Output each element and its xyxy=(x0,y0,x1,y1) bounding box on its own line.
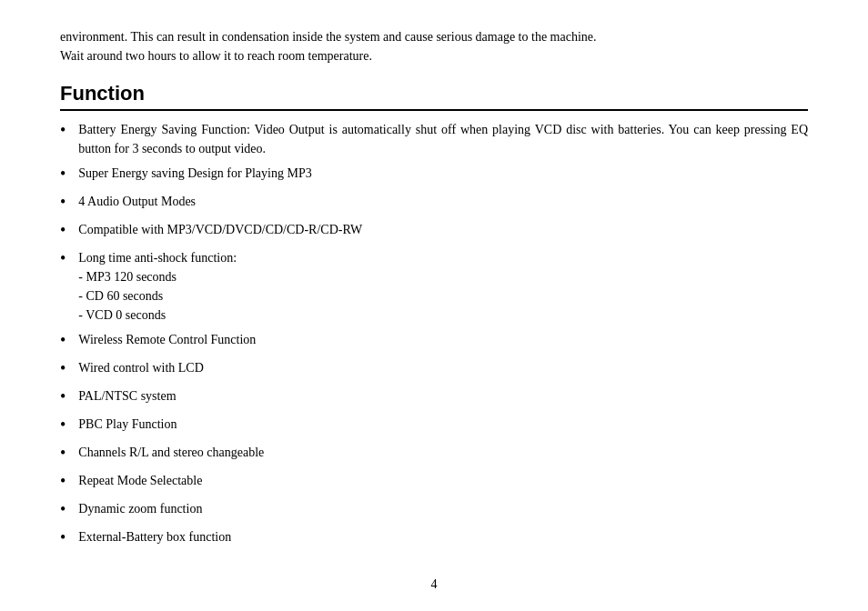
bullet-text-dynamic-zoom: Dynamic zoom function xyxy=(78,499,808,518)
bullet-dot: • xyxy=(60,118,66,143)
list-item-compatible: •Compatible with MP3/VCD/DVCD/CD/CD-R/CD… xyxy=(60,220,808,243)
bullet-dot: • xyxy=(60,526,66,550)
bullet-dot: • xyxy=(60,497,66,522)
list-item-dynamic-zoom: •Dynamic zoom function xyxy=(60,499,808,522)
bullet-text-wired-control: Wired control with LCD xyxy=(78,358,808,377)
list-item-repeat-mode: •Repeat Mode Selectable xyxy=(60,471,808,494)
list-item-anti-shock: •Long time anti-shock function:- MP3 120… xyxy=(60,248,808,325)
bullet-text-external-battery: External-Battery box function xyxy=(78,527,808,546)
list-item-wireless-remote: •Wireless Remote Control Function xyxy=(60,330,808,353)
intro-paragraph: environment. This can result in condensa… xyxy=(60,27,808,65)
sub-line: - CD 60 seconds xyxy=(78,286,808,306)
list-item-wired-control: •Wired control with LCD xyxy=(60,358,808,381)
list-item-pbc-play: •PBC Play Function xyxy=(60,415,808,437)
bullet-dot: • xyxy=(60,441,66,466)
bullet-dot: • xyxy=(60,469,66,494)
bullet-text-channels: Channels R/L and stereo changeable xyxy=(78,443,808,462)
bullet-dot: • xyxy=(60,246,66,271)
page-number: 4 xyxy=(60,577,808,592)
bullet-dot: • xyxy=(60,413,66,437)
features-list: •Battery Energy Saving Function: Video O… xyxy=(60,120,808,550)
bullet-text-compatible: Compatible with MP3/VCD/DVCD/CD/CD-R/CD-… xyxy=(78,220,808,239)
bullet-dot: • xyxy=(60,328,66,353)
list-item-external-battery: •External-Battery box function xyxy=(60,527,808,550)
bullet-text-audio-modes: 4 Audio Output Modes xyxy=(78,192,808,211)
bullet-dot: • xyxy=(60,190,66,215)
bullet-dot: • xyxy=(60,385,66,409)
bullet-text-wireless-remote: Wireless Remote Control Function xyxy=(78,330,808,349)
bullet-text-pbc-play: PBC Play Function xyxy=(78,415,808,434)
bullet-text-anti-shock: Long time anti-shock function:- MP3 120 … xyxy=(78,248,808,325)
bullet-dot: • xyxy=(60,356,66,381)
bullet-text-super-energy: Super Energy saving Design for Playing M… xyxy=(78,164,808,183)
list-item-channels: •Channels R/L and stereo changeable xyxy=(60,443,808,466)
intro-line2: Wait around two hours to allow it to rea… xyxy=(60,49,372,63)
sub-line: - VCD 0 seconds xyxy=(78,306,808,325)
bullet-dot: • xyxy=(60,218,66,243)
sub-line: - MP3 120 seconds xyxy=(78,267,808,286)
list-item-battery-energy: •Battery Energy Saving Function: Video O… xyxy=(60,120,808,158)
intro-line1: environment. This can result in condensa… xyxy=(60,30,597,44)
bullet-text-battery-energy: Battery Energy Saving Function: Video Ou… xyxy=(78,120,808,158)
bullet-dot: • xyxy=(60,162,66,186)
bullet-text-repeat-mode: Repeat Mode Selectable xyxy=(78,471,808,490)
list-item-pal-ntsc: •PAL/NTSC system xyxy=(60,386,808,409)
section-heading: Function xyxy=(60,82,808,111)
list-item-audio-modes: •4 Audio Output Modes xyxy=(60,192,808,215)
bullet-text-pal-ntsc: PAL/NTSC system xyxy=(78,386,808,406)
list-item-super-energy: •Super Energy saving Design for Playing … xyxy=(60,164,808,186)
